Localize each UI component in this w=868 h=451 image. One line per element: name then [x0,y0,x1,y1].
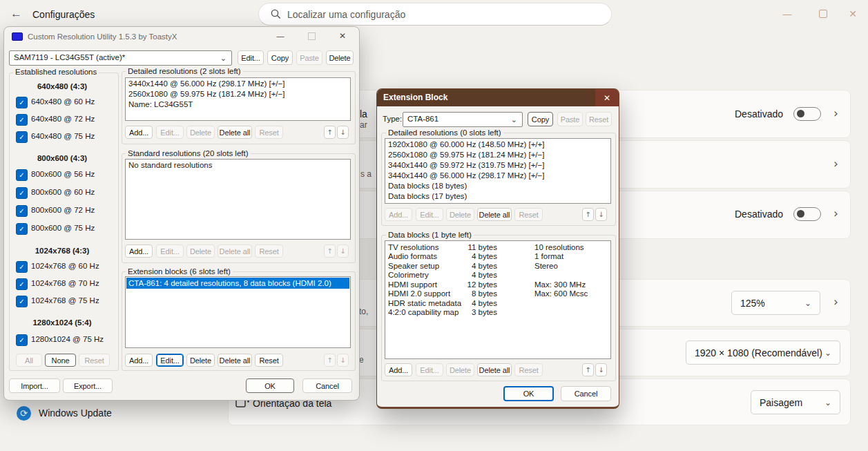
export-button[interactable]: Export... [63,378,113,393]
data-block-info: 10 resolutions [534,243,584,251]
list-item[interactable]: 3440x1440 @ 56.000 Hz (298.17 MHz) [+/−] [388,171,544,180]
standard-add-button[interactable]: Add... [125,244,153,258]
resolution-group-header: 1280x1024 (5:4) [10,318,114,327]
scale-dropdown[interactable]: 125% ⌄ [731,291,820,315]
resolution-dropdown[interactable]: 1920 × 1080 (Recomendável) ⌄ [686,340,840,365]
chevron-right-icon[interactable]: › [833,158,838,170]
minimize-button[interactable]: — [269,29,292,43]
detailed-add-button[interactable]: Add... [125,126,153,139]
list-item[interactable]: 2560x1080 @ 59.975 Hz (181.24 MHz) [+/−] [388,151,544,159]
resolution-checkbox[interactable]: ✓ [16,169,28,181]
ok-button[interactable]: OK [246,378,294,393]
paste-display-button: Paste [296,50,322,65]
dialog-data-add-button[interactable]: Add... [385,363,412,376]
copy-button[interactable]: Copy [528,112,553,126]
extension-edit-button[interactable]: Edit... [156,354,184,367]
ok-button[interactable]: OK [503,386,554,401]
extension-blocks-list[interactable]: CTA-861: 4 detailed resolutions, 8 data … [125,276,351,348]
move-down-button[interactable]: ↓ [595,363,607,376]
data-block-name[interactable]: TV resolutions [388,243,439,251]
standard-delete-all-button: Delete all [218,244,252,258]
move-up-button[interactable]: ↑ [324,126,336,139]
back-arrow-icon[interactable]: ← [10,7,22,21]
dialog-detailed-list[interactable]: 1920x1080 @ 60.000 Hz (148.50 MHz) [+/+]… [385,138,611,204]
list-item[interactable]: 1920x1080 @ 60.000 Hz (148.50 MHz) [+/+] [388,140,544,148]
resolution-checkbox[interactable]: ✓ [16,296,28,307]
close-button[interactable]: ✕ [838,0,868,28]
data-block-name[interactable]: HDMI 2.0 support [388,289,450,298]
search-input[interactable]: Localizar uma configuração [258,3,612,26]
resolution-checkbox[interactable]: ✓ [16,334,28,346]
resolution-checkbox[interactable]: ✓ [16,278,28,290]
list-item[interactable]: Name: LC34G55T [128,100,193,108]
list-item[interactable]: Data blocks (18 bytes) [388,182,467,190]
dialog-titlebar: Extension Block ✕ [377,89,619,106]
detailed-delete-all-button[interactable]: Delete all [218,126,252,139]
move-up-button[interactable]: ↑ [582,363,594,376]
extension-add-button[interactable]: Add... [125,354,153,367]
import-button[interactable]: Import... [9,378,60,393]
copy-display-button[interactable]: Copy [267,50,293,65]
orientation-dropdown[interactable]: Paisagem ⌄ [751,390,840,414]
move-down-button[interactable]: ↓ [337,126,349,139]
established-none-button[interactable]: None [45,354,76,367]
dialog-detailed-add-button: Add... [385,208,412,221]
check-icon: ✓ [19,99,24,106]
search-placeholder: Localizar uma configuração [287,9,405,20]
resolution-checkbox[interactable]: ✓ [16,223,28,235]
detailed-resolutions-list[interactable]: 3440x1440 @ 56.000 Hz (298.17 MHz) [+/−]… [125,77,351,121]
check-icon: ✓ [19,116,24,124]
list-item[interactable]: 2560x1080 @ 59.975 Hz (181.24 MHz) [+/−] [128,90,284,98]
close-button[interactable]: ✕ [331,29,354,43]
extension-delete-button[interactable]: Delete [186,354,215,367]
data-block-name[interactable]: Audio formats [388,252,437,260]
edit-display-button[interactable]: Edit... [238,50,264,65]
list-item[interactable]: 3440x1440 @ 59.972 Hz (319.75 MHz) [+/−] [388,161,544,169]
list-item[interactable]: Data blocks (17 bytes) [388,192,467,200]
data-block-name[interactable]: Speaker setup [388,262,439,270]
list-item-selected[interactable]: CTA-861: 4 detailed resolutions, 8 data … [126,278,349,289]
resolution-checkbox[interactable]: ✓ [16,131,28,143]
bg-text-fragment: ar [360,120,367,130]
display-dropdown-value: SAM7119 - LC34G55T (active)* [14,53,125,61]
dialog-data-blocks-list[interactable]: TV resolutions 11 bytes 10 resolutions A… [385,240,611,359]
resolution-checkbox[interactable]: ✓ [16,187,28,199]
list-item[interactable]: 3440x1440 @ 56.000 Hz (298.17 MHz) [+/−] [128,79,284,88]
extension-delete-all-button[interactable]: Delete all [218,354,252,367]
data-block-name[interactable]: Colorimetry [388,271,429,279]
chevron-right-icon[interactable]: › [833,296,838,308]
resolution-checkbox[interactable]: ✓ [16,114,28,126]
move-down-button[interactable]: ↓ [595,208,607,221]
chevron-right-icon[interactable]: › [833,108,838,119]
minimize-button[interactable]: — [771,0,803,28]
data-block-name[interactable]: HDMI support [388,280,437,289]
check-icon: ✓ [19,133,24,141]
move-up-button[interactable]: ↑ [582,208,594,221]
cancel-button[interactable]: Cancel [302,378,352,393]
resolution-checkbox-label: 640x480 @ 72 Hz [31,115,95,123]
move-up-button: ↑ [324,354,336,367]
sidebar-item-windows-update[interactable]: Windows Update [39,407,112,419]
display-dropdown[interactable]: SAM7119 - LC34G55T (active)* ⌄ [9,50,232,66]
scale-value: 125% [740,298,765,309]
type-dropdown-value: CTA-861 [407,115,438,123]
data-block-size: 4 bytes [447,252,497,260]
dialog-detailed-delete-all-button[interactable]: Delete all [477,208,512,221]
toggle-switch[interactable] [793,107,821,121]
resolution-checkbox[interactable]: ✓ [16,261,28,273]
chevron-down-icon: ⌄ [220,54,226,63]
toggle-switch[interactable] [793,207,821,221]
check-icon: ✓ [19,263,24,271]
maximize-button[interactable] [807,0,839,28]
resolution-checkbox[interactable]: ✓ [16,205,28,217]
delete-display-button[interactable]: Delete [326,50,354,65]
dialog-detailed-delete-button: Delete [446,208,474,221]
extension-reset-button[interactable]: Reset [255,354,283,367]
resolution-checkbox[interactable]: ✓ [16,97,28,108]
dialog-data-delete-all-button[interactable]: Delete all [477,363,512,376]
close-button[interactable]: ✕ [595,89,619,106]
standard-resolutions-list[interactable]: No standard resolutions [125,159,351,240]
type-dropdown[interactable]: CTA-861 ⌄ [403,112,523,127]
chevron-right-icon[interactable]: › [833,208,838,220]
cancel-button[interactable]: Cancel [561,386,611,401]
